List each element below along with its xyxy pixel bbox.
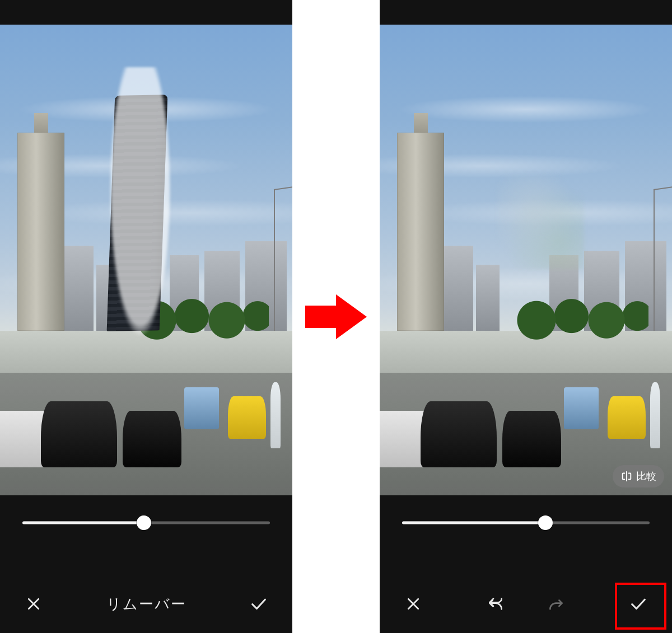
street-lamp: [274, 189, 275, 330]
compare-label: 比較: [636, 470, 656, 483]
comparison-stage: リムーバー: [0, 0, 672, 633]
street-lamp: [654, 189, 655, 330]
redo-icon: [547, 595, 565, 613]
close-icon: [405, 596, 422, 612]
history-buttons: [479, 587, 573, 621]
building-tower: [397, 133, 444, 330]
slider-fill: [22, 522, 144, 524]
building: [64, 246, 94, 330]
bottom-panel: リムーバー: [0, 495, 292, 633]
undo-icon: [487, 595, 505, 613]
taxi: [228, 396, 266, 439]
building: [476, 265, 500, 331]
image-canvas[interactable]: [0, 25, 292, 495]
taxi: [608, 396, 646, 439]
slider-thumb[interactable]: [538, 515, 553, 530]
svg-marker-0: [305, 294, 367, 339]
slider-fill: [402, 522, 545, 524]
building-tower: [17, 133, 64, 330]
arrow-icon: [305, 292, 367, 342]
pedestrian: [270, 382, 281, 448]
image-canvas[interactable]: 比較: [380, 25, 672, 495]
check-icon: [629, 594, 648, 613]
compare-icon: [620, 470, 633, 482]
bottom-panel: [380, 495, 672, 633]
brush-size-slider[interactable]: [22, 517, 270, 529]
truck: [184, 387, 220, 430]
car: [123, 411, 181, 467]
action-row: [380, 587, 672, 625]
car: [502, 411, 561, 467]
building: [444, 246, 473, 330]
check-icon: [249, 594, 268, 613]
heal-artifact: [497, 175, 585, 269]
confirm-button[interactable]: [622, 587, 655, 621]
close-icon: [25, 596, 42, 612]
confirm-button[interactable]: [242, 587, 276, 621]
object-to-remove: [107, 95, 168, 331]
redo-button[interactable]: [539, 587, 573, 621]
action-row: リムーバー: [0, 587, 292, 625]
car: [421, 401, 497, 467]
slider-thumb[interactable]: [137, 515, 151, 530]
brush-size-slider[interactable]: [402, 517, 650, 529]
trees: [508, 269, 649, 354]
car: [41, 401, 117, 467]
status-bar: [0, 0, 292, 25]
undo-button[interactable]: [479, 587, 512, 621]
status-bar: [380, 0, 672, 25]
compare-button[interactable]: 比較: [613, 465, 664, 487]
pedestrian: [650, 382, 660, 448]
truck: [564, 387, 599, 430]
phone-before: リムーバー: [0, 0, 292, 633]
cancel-button[interactable]: [17, 587, 50, 621]
cancel-button[interactable]: [396, 587, 430, 621]
tool-title: リムーバー: [106, 594, 186, 614]
phone-after: 比較: [380, 0, 672, 633]
